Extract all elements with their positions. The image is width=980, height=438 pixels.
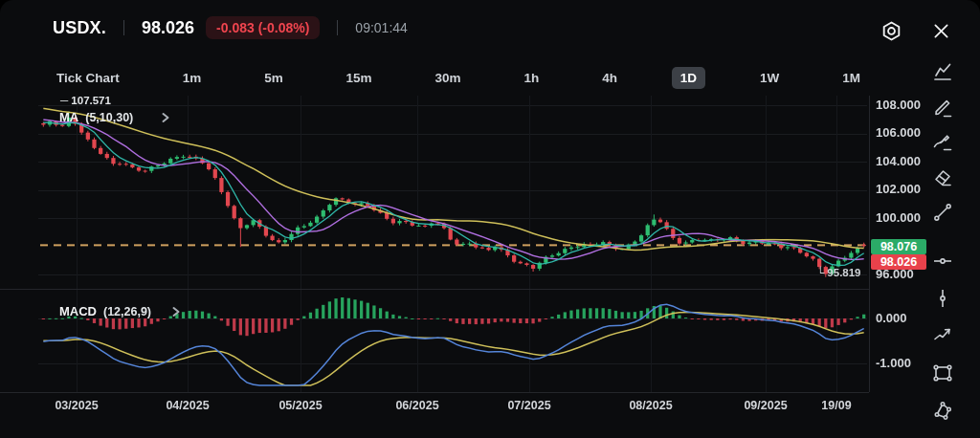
last-price: 98.026	[142, 18, 194, 38]
price-change-badge: -0.083 (-0.08%)	[206, 16, 320, 39]
visible-high-label: ─ 107.571	[60, 95, 111, 106]
price-tick: 102.000	[876, 183, 921, 196]
macd-tick: -1.000	[876, 357, 911, 370]
rectangle-icon[interactable]	[931, 361, 954, 384]
trend-segment-icon[interactable]	[931, 201, 954, 224]
macd-legend-params: (12,26,9)	[103, 305, 151, 318]
horizontal-line-icon[interactable]	[931, 250, 954, 273]
ma-legend-title: MA	[59, 110, 78, 124]
tab-tick-chart[interactable]: Tick Chart	[48, 67, 128, 89]
timeframe-tabs: Tick Chart 1m 5m 15m 30m 1h 4h 1D 1W 1M	[48, 63, 869, 92]
prev-close-price-badge: 98.076	[871, 239, 926, 254]
time-tick: 09/2025	[744, 399, 787, 412]
header-divider	[123, 20, 124, 35]
ma-legend-params: (5,10,30)	[85, 111, 133, 124]
symbol-title: USDX.	[53, 18, 106, 38]
tab-1m-month[interactable]: 1M	[834, 67, 869, 89]
clock-time: 09:01:44	[355, 20, 408, 35]
tab-1d[interactable]: 1D	[672, 67, 705, 89]
tab-4h[interactable]: 4h	[593, 67, 626, 89]
trend-arrow-icon[interactable]	[931, 323, 954, 346]
tab-30m[interactable]: 30m	[427, 67, 470, 89]
tab-5m[interactable]: 5m	[256, 67, 292, 89]
visible-low-label: └ 95.819	[816, 267, 861, 278]
price-tick: 100.000	[876, 211, 921, 225]
header-divider	[337, 20, 338, 35]
time-tick: 05/2025	[278, 399, 322, 412]
pencil-icon[interactable]	[931, 97, 954, 120]
ma-expand-chevron-icon[interactable]	[161, 112, 170, 123]
time-tick: 06/2025	[395, 399, 438, 412]
macd-legend-title: MACD	[59, 304, 97, 318]
polygon-icon[interactable]	[931, 400, 954, 423]
trading-chart-window: USDX. 98.026 -0.083 (-0.08%) 09:01:44 Ti…	[0, 0, 980, 438]
macd-expand-chevron-icon[interactable]	[171, 306, 181, 318]
ma-legend: MA (5,10,30)	[59, 110, 170, 124]
last-price-badge: 98.026	[871, 254, 926, 270]
time-tick: 19/09	[821, 399, 851, 412]
time-tick: 03/2025	[55, 399, 98, 412]
macd-tick: 0.000	[876, 312, 907, 325]
tab-15m[interactable]: 15m	[338, 67, 381, 89]
eraser-icon[interactable]	[931, 165, 954, 188]
tab-1h[interactable]: 1h	[515, 67, 547, 89]
time-tick: 08/2025	[629, 399, 672, 412]
price-tick: 106.000	[876, 126, 921, 140]
chart-style-icon[interactable]	[931, 60, 954, 83]
price-tick: 108.000	[876, 99, 921, 112]
price-tick: 104.000	[876, 155, 921, 168]
vertical-line-icon[interactable]	[931, 287, 954, 310]
macd-legend: MACD (12,26,9)	[59, 304, 181, 318]
time-tick: 07/2025	[507, 399, 550, 412]
price-tick: 96.000	[876, 268, 914, 281]
header: USDX. 98.026 -0.083 (-0.08%) 09:01:44	[0, 0, 980, 55]
tab-1w[interactable]: 1W	[751, 67, 788, 89]
tab-1m[interactable]: 1m	[174, 67, 211, 89]
time-tick: 04/2025	[166, 399, 209, 412]
curve-pencil-icon[interactable]	[931, 130, 954, 153]
